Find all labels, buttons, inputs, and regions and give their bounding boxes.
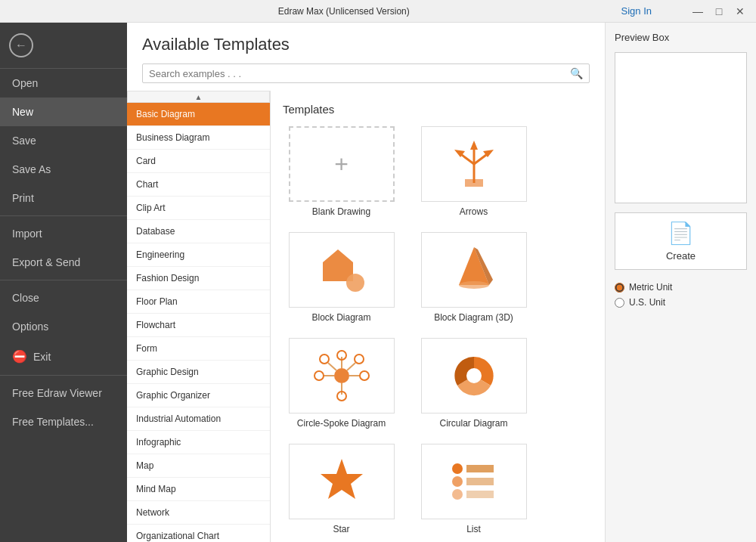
document-icon: 📄 — [668, 221, 694, 246]
category-item-infographic[interactable]: Infographic — [127, 431, 270, 454]
back-button[interactable]: ← — [9, 33, 33, 57]
sidebar-label-close: Close — [12, 292, 39, 304]
svg-point-18 — [314, 371, 324, 380]
category-item-clip-art[interactable]: Clip Art — [127, 197, 270, 220]
category-item-fashion-design[interactable]: Fashion Design — [127, 267, 270, 290]
search-icon[interactable]: 🔍 — [570, 67, 583, 79]
list-svg — [444, 455, 504, 508]
template-label-star: Star — [333, 524, 349, 534]
template-label-blank: Blank Drawing — [312, 206, 370, 217]
right-panel: Preview Box 📄 Create Metric Unit U.S. Un… — [605, 23, 756, 542]
sidebar-item-free-viewer[interactable]: Free Edraw Viewer — [0, 379, 127, 407]
category-item-map[interactable]: Map — [127, 454, 270, 478]
category-item-chart[interactable]: Chart — [127, 173, 270, 197]
minimize-button[interactable]: — — [688, 3, 708, 20]
template-item-star[interactable]: Star — [283, 444, 400, 534]
template-item-block3d[interactable]: Block Diagram (3D) — [415, 232, 532, 323]
sidebar-label-exit: Exit — [33, 351, 51, 363]
block3d-svg — [444, 243, 504, 296]
sidebar-divider-3 — [0, 375, 127, 376]
template-item-list[interactable]: List — [415, 444, 532, 534]
unit-us-radio[interactable] — [615, 298, 624, 308]
svg-rect-28 — [466, 465, 494, 472]
sidebar-label-export-send: Export & Send — [12, 256, 80, 268]
star-svg — [311, 455, 372, 508]
template-item-blank[interactable]: + Blank Drawing — [283, 126, 400, 217]
sidebar-item-options[interactable]: Options — [0, 312, 127, 341]
svg-marker-1 — [470, 141, 478, 150]
svg-point-29 — [452, 476, 463, 487]
create-label: Create — [666, 250, 696, 262]
template-item-circlespoke[interactable]: Circle-Spoke Diagram — [283, 338, 400, 429]
sidebar-item-exit[interactable]: ⛔ Exit — [0, 341, 127, 372]
sidebar-back: ← — [0, 23, 127, 69]
category-item-industrial-automation[interactable]: Industrial Automation — [127, 407, 270, 431]
sidebar-label-print: Print — [12, 192, 34, 204]
scroll-up-arrow[interactable]: ▲ — [127, 91, 270, 103]
category-item-graphic-organizer[interactable]: Graphic Organizer — [127, 384, 270, 407]
close-button[interactable]: ✕ — [730, 3, 750, 20]
search-input[interactable] — [149, 68, 570, 79]
sidebar-label-import: Import — [12, 228, 42, 240]
create-button[interactable]: 📄 Create — [615, 212, 747, 270]
sidebar-divider-2 — [0, 280, 127, 280]
sidebar-label-save: Save — [12, 135, 36, 147]
category-item-basic-diagram[interactable]: Basic Diagram — [127, 103, 270, 126]
sidebar-item-save[interactable]: Save — [0, 126, 127, 155]
category-item-database[interactable]: Database — [127, 220, 270, 243]
unit-metric-radio[interactable] — [615, 283, 624, 293]
svg-point-8 — [346, 274, 364, 292]
category-item-flowchart[interactable]: Flowchart — [127, 314, 270, 337]
template-item-arrows[interactable]: Arrows — [415, 126, 532, 217]
category-item-graphic-design[interactable]: Graphic Design — [127, 361, 270, 384]
restore-button[interactable]: □ — [709, 3, 729, 20]
unit-us[interactable]: U.S. Unit — [615, 297, 747, 308]
template-item-circular[interactable]: Circular Diagram — [415, 338, 532, 429]
sidebar-label-new: New — [12, 106, 33, 118]
search-bar: 🔍 — [142, 63, 590, 83]
sidebar-label-save-as: Save As — [12, 163, 51, 175]
page-title: Available Templates — [142, 35, 590, 54]
sidebar-item-new[interactable]: New — [0, 98, 127, 126]
sidebar-item-free-templates[interactable]: Free Templates... — [0, 407, 127, 436]
plus-icon: + — [334, 150, 349, 178]
unit-us-label: U.S. Unit — [629, 297, 665, 308]
template-thumb-circlespoke — [289, 338, 395, 413]
sidebar-label-open: Open — [12, 77, 38, 89]
category-item-form[interactable]: Form — [127, 337, 270, 361]
category-item-business-diagram[interactable]: Business Diagram — [127, 126, 270, 150]
unit-metric[interactable]: Metric Unit — [615, 282, 747, 293]
template-thumb-blank: + — [289, 126, 395, 202]
svg-point-24 — [355, 355, 364, 364]
template-thumb-list — [421, 444, 527, 519]
content-header: Available Templates 🔍 — [127, 23, 605, 91]
template-label-list: List — [466, 524, 481, 534]
svg-rect-6 — [465, 179, 483, 187]
category-item-mind-map[interactable]: Mind Map — [127, 478, 270, 501]
svg-rect-30 — [466, 478, 494, 485]
template-item-block[interactable]: Block Diagram — [283, 232, 400, 323]
svg-point-27 — [452, 463, 463, 474]
svg-marker-26 — [321, 459, 363, 499]
category-list: ▲ Basic DiagramBusiness DiagramCardChart… — [127, 91, 271, 542]
svg-line-21 — [328, 363, 336, 370]
titlebar: Edraw Max (Unlicensed Version) Sign In —… — [0, 0, 756, 23]
category-item-network[interactable]: Network — [127, 501, 270, 525]
sidebar-item-print[interactable]: Print — [0, 184, 127, 212]
category-item-organizational-chart[interactable]: Organizational Chart — [127, 525, 270, 542]
sidebar-item-import[interactable]: Import — [0, 219, 127, 248]
category-item-card[interactable]: Card — [127, 150, 270, 173]
svg-marker-7 — [323, 249, 353, 281]
category-item-engineering[interactable]: Engineering — [127, 243, 270, 267]
sidebar-item-close[interactable]: Close — [0, 283, 127, 312]
block-svg — [311, 243, 372, 296]
sidebar-item-open[interactable]: Open — [0, 69, 127, 98]
category-item-floor-plan[interactable]: Floor Plan — [127, 290, 270, 314]
sidebar-label-free-viewer: Free Edraw Viewer — [12, 387, 102, 399]
svg-point-22 — [320, 355, 329, 364]
sidebar-item-export-send[interactable]: Export & Send — [0, 248, 127, 277]
main-layout: ← Open New Save Save As Print Import Exp… — [0, 23, 756, 542]
template-thumb-arrows — [421, 126, 527, 202]
sidebar-item-save-as[interactable]: Save As — [0, 155, 127, 184]
signin-button[interactable]: Sign In — [621, 5, 652, 17]
